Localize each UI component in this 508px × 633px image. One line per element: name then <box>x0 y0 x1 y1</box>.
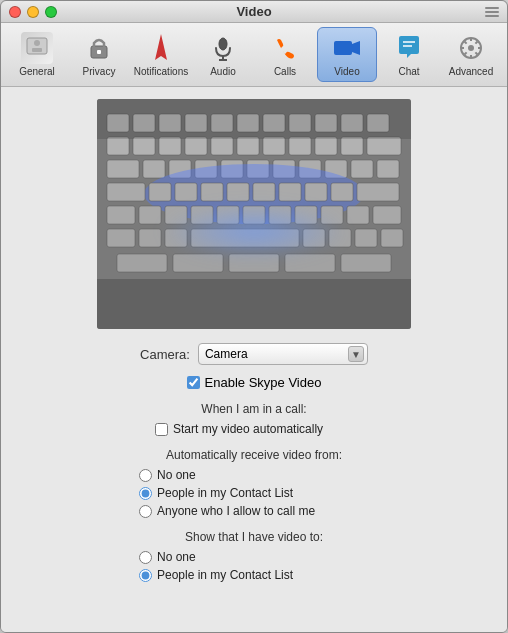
toolbar-item-calls[interactable]: Calls <box>255 27 315 82</box>
svg-rect-74 <box>269 206 291 224</box>
svg-rect-61 <box>201 183 223 201</box>
when-in-call-title: When I am in a call: <box>21 402 487 416</box>
video-label: Video <box>334 66 359 77</box>
content-area: Camera: Camera ▼ Enable Skype Video When… <box>1 87 507 633</box>
svg-rect-70 <box>165 206 187 224</box>
calls-icon <box>269 32 301 64</box>
window-title: Video <box>236 4 271 19</box>
svg-rect-42 <box>289 137 311 155</box>
receive-allow-call-label: Anyone who I allow to call me <box>157 504 315 518</box>
privacy-icon <box>83 32 115 64</box>
receive-contact-list-radio[interactable] <box>139 487 152 500</box>
camera-select[interactable]: Camera <box>198 343 368 365</box>
svg-rect-64 <box>279 183 301 201</box>
show-contact-list-row: People in my Contact List <box>139 568 369 582</box>
camera-preview <box>97 99 411 329</box>
svg-rect-55 <box>351 160 373 178</box>
svg-rect-72 <box>217 206 239 224</box>
titlebar: Video <box>1 1 507 23</box>
svg-rect-45 <box>367 137 401 155</box>
advanced-icon <box>455 32 487 64</box>
toolbar-item-advanced[interactable]: Advanced <box>441 27 501 82</box>
notifications-label: Notifications <box>134 66 188 77</box>
svg-rect-44 <box>341 137 363 155</box>
svg-rect-67 <box>357 183 399 201</box>
maximize-button[interactable] <box>45 6 57 18</box>
audio-icon <box>207 32 239 64</box>
camera-row: Camera: Camera ▼ <box>21 343 487 365</box>
svg-rect-78 <box>373 206 401 224</box>
svg-rect-66 <box>331 183 353 201</box>
start-video-checkbox[interactable] <box>155 423 168 436</box>
svg-point-6 <box>219 38 227 50</box>
svg-rect-46 <box>107 160 139 178</box>
svg-point-1 <box>34 40 40 46</box>
svg-rect-69 <box>139 206 161 224</box>
receive-contact-list-label: People in my Contact List <box>157 486 293 500</box>
svg-marker-5 <box>155 34 167 60</box>
svg-line-19 <box>465 42 467 44</box>
chat-icon <box>393 32 425 64</box>
svg-rect-40 <box>237 137 259 155</box>
svg-rect-92 <box>97 99 411 139</box>
svg-rect-36 <box>133 137 155 155</box>
svg-rect-37 <box>159 137 181 155</box>
svg-rect-80 <box>139 229 161 247</box>
minimize-button[interactable] <box>27 6 39 18</box>
window-controls <box>9 6 57 18</box>
svg-rect-71 <box>191 206 213 224</box>
show-contact-list-radio[interactable] <box>139 569 152 582</box>
start-video-row: Start my video automatically <box>139 422 369 436</box>
toolbar-item-video[interactable]: Video <box>317 27 377 82</box>
svg-rect-38 <box>185 137 207 155</box>
svg-rect-88 <box>173 254 223 272</box>
svg-rect-81 <box>165 229 187 247</box>
toolbar-item-notifications[interactable]: Notifications <box>131 27 191 82</box>
receive-allow-call-radio[interactable] <box>139 505 152 518</box>
receive-contact-list-row: People in my Contact List <box>139 486 369 500</box>
svg-rect-79 <box>107 229 135 247</box>
camera-label: Camera: <box>140 347 190 362</box>
toolbar-item-audio[interactable]: Audio <box>193 27 253 82</box>
show-no-one-row: No one <box>139 550 369 564</box>
show-no-one-radio[interactable] <box>139 551 152 564</box>
show-video-group: No one People in my Contact List <box>21 550 487 582</box>
general-icon <box>21 32 53 64</box>
svg-rect-73 <box>243 206 265 224</box>
receive-no-one-radio[interactable] <box>139 469 152 482</box>
svg-rect-85 <box>355 229 377 247</box>
toolbar: General Privacy Notifications <box>1 23 507 87</box>
receive-video-title: Automatically receive video from: <box>21 448 487 462</box>
svg-line-20 <box>475 52 477 54</box>
svg-rect-58 <box>107 183 145 201</box>
main-window: Video General <box>0 0 508 633</box>
chat-label: Chat <box>398 66 419 77</box>
camera-feed <box>97 99 411 329</box>
svg-rect-87 <box>117 254 167 272</box>
svg-rect-77 <box>347 206 369 224</box>
receive-no-one-label: No one <box>157 468 196 482</box>
enable-video-checkbox[interactable] <box>187 376 200 389</box>
calls-label: Calls <box>274 66 296 77</box>
toolbar-item-privacy[interactable]: Privacy <box>69 27 129 82</box>
svg-rect-43 <box>315 137 337 155</box>
svg-rect-68 <box>107 206 135 224</box>
audio-label: Audio <box>210 66 236 77</box>
receive-no-one-row: No one <box>139 468 369 482</box>
svg-line-21 <box>475 42 477 44</box>
resize-handle[interactable] <box>485 7 499 17</box>
svg-rect-86 <box>381 229 403 247</box>
svg-rect-76 <box>321 206 343 224</box>
close-button[interactable] <box>9 6 21 18</box>
privacy-label: Privacy <box>83 66 116 77</box>
toolbar-item-general[interactable]: General <box>7 27 67 82</box>
enable-video-label: Enable Skype Video <box>205 375 322 390</box>
svg-rect-47 <box>143 160 165 178</box>
start-video-group: Start my video automatically <box>21 422 487 436</box>
show-video-title: Show that I have video to: <box>21 530 487 544</box>
toolbar-item-chat[interactable]: Chat <box>379 27 439 82</box>
svg-rect-9 <box>334 41 352 55</box>
svg-rect-60 <box>175 183 197 201</box>
svg-rect-56 <box>377 160 399 178</box>
svg-rect-83 <box>303 229 325 247</box>
